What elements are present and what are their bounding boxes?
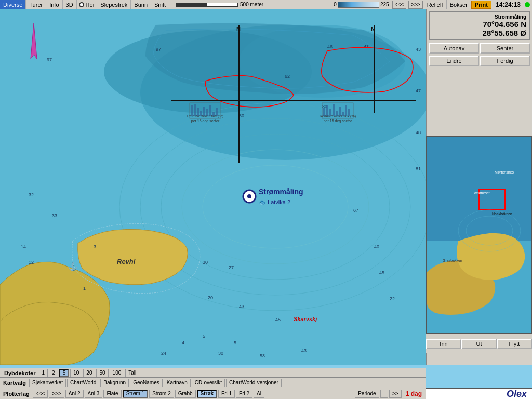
plotterlag-bar: Plotterlag <<< >>> Anl 2 Anl 3 Fläte Str…: [0, 388, 426, 399]
kartvalg-sjokartverket[interactable]: Sjøkartverket: [29, 379, 66, 387]
svg-rect-64: [336, 111, 338, 116]
coord2-display: 28°55.658 Ø: [433, 29, 526, 37]
plotterlag-nav-right[interactable]: >>>: [49, 390, 64, 398]
svg-rect-52: [203, 107, 205, 116]
kartvalg-geonames[interactable]: GeoNames: [130, 379, 163, 387]
svg-text:45: 45: [379, 270, 384, 275]
menu-slepestrek[interactable]: Slepestrek: [97, 0, 131, 9]
autonav-button[interactable]: Autonav: [429, 43, 479, 54]
svg-rect-48: [191, 105, 193, 116]
print-button[interactable]: Print: [471, 1, 491, 9]
menu-turer[interactable]: Turer: [26, 0, 46, 9]
depth-min: 0: [334, 2, 337, 7]
svg-text:40: 40: [374, 244, 379, 249]
mini-map-svg: Mørtensnes Veidneset Grasbakken Naskhólm…: [427, 137, 531, 332]
svg-rect-67: [345, 105, 347, 116]
svg-text:14: 14: [21, 244, 26, 249]
svg-text:Naskhólmen: Naskhólmen: [492, 212, 512, 216]
menu-relieff[interactable]: Relieff: [424, 0, 447, 9]
map-svg: 97 97 62 80 80 67 40 45 22 27 20 43 45 5…: [0, 9, 426, 365]
plotterlag-flate[interactable]: Fläte: [103, 390, 121, 398]
scale-line: [176, 3, 238, 7]
depth-tall-btn[interactable]: Tall: [125, 369, 139, 377]
kartvalg-chartworld[interactable]: ChartWorld: [67, 379, 99, 387]
svg-text:Revhl: Revhl: [117, 258, 136, 265]
svg-text:81: 81: [416, 166, 421, 171]
plotterlag-strom1[interactable]: Strøm 1: [123, 390, 149, 398]
endre-button[interactable]: Endre: [429, 56, 479, 66]
svg-text:4: 4: [182, 340, 184, 345]
svg-rect-49: [194, 104, 196, 116]
nav-right-btn[interactable]: >>>: [408, 1, 423, 9]
scale-bar: 500 meter: [169, 2, 331, 7]
svg-rect-54: [209, 105, 211, 116]
dybdekoter-label: Dybdekoter: [2, 370, 38, 376]
svg-rect-51: [200, 111, 202, 116]
kartvalg-bakgrunn[interactable]: Bakgrunn: [100, 379, 129, 387]
depth-20-btn[interactable]: 20: [83, 369, 95, 377]
plotterlag-fri1[interactable]: Fri 1: [218, 390, 235, 398]
svg-text:per 15 deg sector: per 15 deg sector: [191, 119, 220, 123]
depth-1-btn[interactable]: 1: [39, 369, 48, 377]
svg-text:46: 46: [327, 44, 332, 49]
kartvalg-bar: Kartvalg Sjøkartverket ChartWorld Bakgru…: [0, 377, 426, 388]
depth-range: 0 225: [331, 2, 391, 8]
svg-rect-50: [197, 108, 199, 116]
svg-text:Skarvskj: Skarvskj: [294, 316, 317, 322]
plotterlag-al[interactable]: Al: [254, 390, 264, 398]
svg-rect-62: [329, 109, 331, 116]
menu-info[interactable]: Info: [46, 0, 62, 9]
plotterlag-period-value: 1 dag: [403, 390, 425, 397]
right-panel: Strømmåling 70°04.656 N 28°55.658 Ø Auto…: [426, 9, 532, 365]
svg-text:43: 43: [239, 304, 244, 309]
kartvalg-cd-oversikt[interactable]: CD-oversikt: [192, 379, 225, 387]
plotterlag-grabb[interactable]: Grabb: [175, 390, 196, 398]
depth-gradient: [338, 2, 379, 8]
menu-bunn[interactable]: Bunn: [131, 0, 151, 9]
svg-text:97: 97: [47, 57, 52, 62]
menu-3d[interactable]: 3D: [63, 0, 77, 9]
svg-text:20: 20: [208, 295, 213, 300]
flytt-button[interactable]: Flytt: [497, 339, 532, 349]
svg-text:1: 1: [83, 286, 86, 291]
menu-her[interactable]: Her: [86, 2, 95, 8]
svg-text:67: 67: [353, 208, 358, 213]
menu-snitt[interactable]: Snitt: [151, 0, 169, 9]
ferdig-button[interactable]: Ferdig: [480, 56, 530, 66]
svg-text:27: 27: [229, 265, 234, 270]
plotterlag-strom2[interactable]: Strøm 2: [149, 390, 174, 398]
svg-text:3: 3: [94, 244, 96, 249]
plotterlag-nav-left[interactable]: <<<: [33, 390, 48, 398]
depth-100-btn[interactable]: 100: [110, 369, 125, 377]
plotterlag-anl3[interactable]: Anl 3: [85, 390, 103, 398]
plotterlag-fri2[interactable]: Fri 2: [236, 390, 252, 398]
map-area[interactable]: 97 97 62 80 80 67 40 45 22 27 20 43 45 5…: [0, 9, 426, 365]
plotterlag-minus[interactable]: -: [380, 390, 388, 398]
menu-diverse[interactable]: Diverse: [0, 0, 26, 9]
plotterlag-anl2[interactable]: Anl 2: [65, 390, 84, 398]
menu-bokser[interactable]: Bokser: [447, 0, 471, 9]
svg-text:32: 32: [29, 192, 34, 197]
svg-rect-60: [323, 108, 325, 116]
inn-button[interactable]: Inn: [426, 339, 461, 349]
svg-text:🐟 Latvika 2: 🐟 Latvika 2: [259, 198, 290, 206]
depth-5-btn[interactable]: 5: [59, 369, 70, 377]
nav-left-btn[interactable]: <<<: [392, 1, 407, 9]
plotterlag-periode[interactable]: Periode: [355, 390, 379, 398]
depth-10-btn[interactable]: 10: [70, 369, 82, 377]
plotterlag-fast-forward[interactable]: >>: [389, 390, 402, 398]
kartvalg-kartnavn[interactable]: Kartnavn: [164, 379, 191, 387]
ut-button[interactable]: Ut: [461, 339, 497, 349]
svg-rect-56: [216, 108, 218, 116]
kartvalg-chartworld-versjoner[interactable]: ChartWorld-versjoner: [226, 379, 282, 387]
depth-50-btn[interactable]: 50: [96, 369, 108, 377]
control-row-1: Autonav Senter: [427, 42, 532, 55]
plotterlag-strok[interactable]: Strøk: [197, 390, 218, 398]
svg-text:24: 24: [161, 351, 166, 356]
svg-text:97: 97: [156, 47, 161, 52]
svg-text:33: 33: [52, 213, 57, 218]
senter-button[interactable]: Senter: [480, 43, 530, 54]
dybdekoter-bar: Dybdekoter 1 2 5 10 20 50 100 Tall: [0, 368, 426, 377]
svg-text:5: 5: [234, 340, 236, 345]
depth-2-btn[interactable]: 2: [49, 369, 58, 377]
